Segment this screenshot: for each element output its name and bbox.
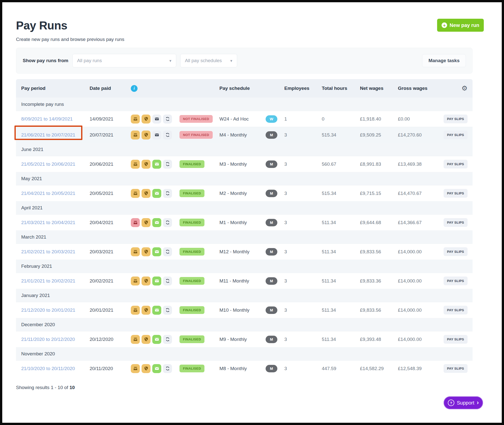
- table-row: 8/09/2021 to 14/09/2021 14/09/2021 NOT F…: [16, 111, 473, 127]
- pay-slips-button[interactable]: PAY SLIPS: [444, 364, 468, 373]
- total-hours-value: 0: [322, 116, 360, 122]
- net-wages-value: £9,393.48: [360, 337, 398, 342]
- total-hours-value: 560.67: [322, 161, 360, 167]
- employees-value: 3: [284, 307, 322, 313]
- pay-slips-button[interactable]: PAY SLIPS: [444, 189, 468, 198]
- pay-period-link[interactable]: 21/11/2020 to 20/12/2020: [21, 337, 75, 342]
- email-icon: [152, 247, 161, 256]
- pay-schedule-value: M9 - Monthly: [219, 337, 266, 342]
- chevron-down-icon: ▾: [230, 58, 232, 63]
- section-header-row: November 2020: [16, 347, 473, 360]
- date-paid-value: 14/09/2021: [90, 116, 131, 122]
- employees-value: 3: [284, 132, 322, 138]
- gross-wages-value: £13,469.38: [398, 161, 440, 167]
- manage-tasks-button[interactable]: Manage tasks: [422, 54, 466, 67]
- net-wages-value: £1,918.40: [360, 116, 398, 122]
- sync-icon: [163, 247, 172, 256]
- section-label: June 2021: [16, 147, 473, 152]
- pay-period-link[interactable]: 21/02/2021 to 20/03/2021: [21, 249, 75, 254]
- support-label: Support: [457, 400, 474, 406]
- frequency-badge: M: [266, 190, 277, 197]
- email-icon: [152, 218, 161, 227]
- payslip-icon: [131, 247, 140, 256]
- date-paid-value: 20/04/2021: [90, 220, 131, 225]
- net-wages-value: £9,509.25: [360, 132, 398, 138]
- gross-wages-value: £12,548.39: [398, 366, 440, 371]
- pay-period-link[interactable]: 8/09/2021 to 14/09/2021: [21, 116, 73, 122]
- pension-shield-icon: [142, 115, 151, 124]
- date-paid-value: 20/06/2021: [90, 161, 131, 167]
- pay-runs-filter-dropdown[interactable]: All pay runs ▾: [72, 54, 176, 67]
- gear-icon[interactable]: ⚙: [462, 85, 468, 92]
- pension-shield-icon: [142, 277, 151, 285]
- support-button[interactable]: ? Support ›: [444, 396, 483, 409]
- net-wages-value: £14,582.29: [360, 366, 398, 371]
- pay-schedule-value: M11 - Monthly: [219, 278, 266, 284]
- pension-shield-icon: [142, 306, 151, 315]
- pay-period-link[interactable]: 21/10/2020 to 20/11/2020: [21, 366, 75, 371]
- pay-period-link[interactable]: 21/05/2021 to 20/06/2021: [21, 161, 75, 167]
- section-header-row: December 2020: [16, 318, 473, 331]
- section-label: November 2020: [16, 351, 473, 357]
- employees-value: 1: [284, 116, 322, 122]
- date-paid-value: 20/07/2021: [90, 132, 131, 138]
- table-header-row: Pay period Date paid i Pay schedule Empl…: [16, 79, 473, 98]
- pay-schedule-value: M12 - Monthly: [219, 249, 266, 255]
- info-icon[interactable]: i: [131, 85, 138, 92]
- pay-slips-button[interactable]: PAY SLIPS: [444, 277, 468, 285]
- pay-slips-button[interactable]: PAY SLIPS: [444, 131, 468, 139]
- column-header-total-hours: Total hours: [322, 86, 360, 91]
- pay-period-link[interactable]: 21/12/2020 to 20/01/2021: [21, 307, 75, 313]
- new-pay-run-label: New pay run: [450, 22, 479, 28]
- total-hours-value: 511.34: [322, 278, 360, 284]
- table-row: 21/03/2021 to 20/04/2021 20/04/2021 FINA…: [16, 214, 473, 230]
- pay-schedule-value: M8 - Monthly: [219, 366, 266, 371]
- sync-icon: [163, 189, 172, 198]
- date-paid-value: 20/11/2020: [90, 366, 131, 371]
- payslip-icon: [131, 115, 140, 124]
- date-paid-value: 20/01/2021: [90, 307, 131, 313]
- table-row: 21/01/2021 to 20/02/2021 20/02/2021 FINA…: [16, 273, 473, 289]
- pay-slips-button[interactable]: PAY SLIPS: [444, 247, 468, 256]
- total-hours-value: 511.34: [322, 337, 360, 342]
- frequency-badge: M: [266, 365, 277, 372]
- frequency-badge: M: [266, 277, 277, 285]
- pay-slips-button[interactable]: PAY SLIPS: [444, 306, 468, 314]
- pay-period-link[interactable]: 21/04/2021 to 20/05/2021: [21, 191, 75, 196]
- pay-slips-button[interactable]: PAY SLIPS: [444, 160, 468, 168]
- pay-schedule-value: M2 - Monthly: [219, 191, 266, 196]
- table-row: 21/11/2020 to 20/12/2020 20/12/2020 FINA…: [16, 331, 473, 347]
- pay-period-link[interactable]: 21/01/2021 to 20/02/2021: [21, 278, 75, 283]
- status-badge: FINALISED: [179, 248, 204, 256]
- sync-icon: [163, 335, 172, 344]
- frequency-badge: W: [266, 115, 277, 123]
- pay-period-link[interactable]: 21/03/2021 to 20/04/2021: [21, 220, 75, 225]
- section-header-row: Incomplete pay runs: [16, 98, 473, 111]
- pay-slips-button[interactable]: PAY SLIPS: [444, 115, 468, 123]
- pay-schedule-value: M10 - Monthly: [219, 307, 266, 313]
- employees-value: 3: [284, 191, 322, 196]
- question-circle-icon: ?: [448, 400, 454, 406]
- email-icon: [152, 335, 161, 344]
- employees-value: 3: [284, 366, 322, 371]
- pay-schedule-value: M3 - Monthly: [219, 161, 266, 167]
- section-label: January 2021: [16, 293, 473, 298]
- net-wages-value: £9,644.68: [360, 220, 398, 225]
- pay-slips-button[interactable]: PAY SLIPS: [444, 335, 468, 344]
- pay-schedule-value: M4 - Monthly: [219, 132, 266, 138]
- table-body: Incomplete pay runs 8/09/2021 to 14/09/2…: [16, 98, 473, 376]
- pay-period-link[interactable]: 21/06/2021 to 20/07/2021: [21, 132, 75, 138]
- email-icon: [152, 131, 161, 140]
- results-summary: Showing results 1 - 10 of 10: [16, 385, 484, 390]
- status-badge: FINALISED: [179, 189, 204, 197]
- frequency-badge: M: [266, 160, 277, 168]
- gross-wages-value: £14,000.00: [398, 249, 440, 255]
- email-icon: [152, 306, 161, 315]
- results-total: 10: [69, 385, 75, 390]
- pension-shield-icon: [142, 131, 151, 140]
- pay-runs-filter-value: All pay runs: [77, 58, 102, 63]
- pension-shield-icon: [142, 364, 151, 373]
- new-pay-run-button[interactable]: + New pay run: [437, 19, 484, 32]
- pay-schedules-filter-dropdown[interactable]: All pay schedules ▾: [180, 54, 237, 67]
- pay-slips-button[interactable]: PAY SLIPS: [444, 218, 468, 227]
